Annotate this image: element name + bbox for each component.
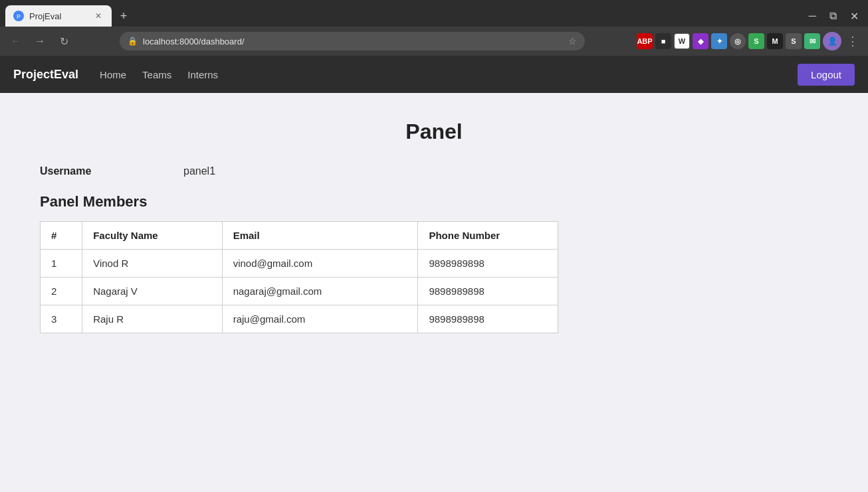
table-cell-email-3: raju@gmail.com: [222, 305, 418, 333]
svg-text:P: P: [17, 13, 21, 20]
lock-icon: 🔒: [128, 37, 138, 46]
forward-button[interactable]: →: [31, 32, 49, 50]
table-cell-num-1: 1: [41, 250, 82, 278]
col-header-email: Email: [222, 222, 418, 250]
tab-close-button[interactable]: ✕: [93, 11, 104, 21]
address-bar[interactable]: 🔒 localhost:8000/dashboard/ ☆: [120, 32, 585, 50]
extension-icon-5[interactable]: ✦: [711, 33, 727, 49]
username-value: panel1: [183, 165, 215, 177]
minimize-button[interactable]: ─: [805, 9, 820, 23]
nav-left: ProjectEval Home Teams Interns: [13, 68, 218, 82]
nav-link-interns[interactable]: Interns: [187, 69, 218, 80]
extension-icon-8[interactable]: M: [767, 33, 783, 49]
main-content: Panel Username panel1 Panel Members # Fa…: [0, 93, 868, 492]
col-header-num: #: [41, 222, 82, 250]
username-row: Username panel1: [40, 165, 828, 177]
table-cell-phone-2: 9898989898: [418, 278, 558, 305]
table-row: 1Vinod Rvinod@gmail.com9898989898: [41, 250, 558, 278]
table-cell-phone-1: 9898989898: [418, 250, 558, 278]
table-cell-name-3: Raju R: [82, 305, 223, 333]
tab-favicon: P: [13, 11, 24, 21]
table-cell-name-2: Nagaraj V: [82, 278, 223, 305]
window-controls: ─ ⧉ ✕: [805, 9, 863, 24]
username-label: Username: [40, 165, 173, 177]
extension-icon-9[interactable]: S: [786, 33, 802, 49]
bookmark-icon[interactable]: ☆: [568, 36, 577, 46]
profile-icon[interactable]: 👤: [823, 32, 841, 50]
app-brand: ProjectEval: [13, 68, 78, 82]
table-body: 1Vinod Rvinod@gmail.com98989898982Nagara…: [41, 250, 558, 333]
table-header-row: # Faculty Name Email Phone Number: [41, 222, 558, 250]
table-row: 2Nagaraj Vnagaraj@gmail.com9898989898: [41, 278, 558, 305]
maximize-button[interactable]: ⧉: [825, 9, 841, 23]
logout-button[interactable]: Logout: [798, 64, 855, 86]
panel-members-table: # Faculty Name Email Phone Number 1Vinod…: [40, 221, 558, 333]
app-navbar: ProjectEval Home Teams Interns Logout: [0, 56, 868, 93]
extension-icon-10[interactable]: ✉: [804, 33, 820, 49]
table-cell-phone-3: 9898989898: [418, 305, 558, 333]
table-row: 3Raju Rraju@gmail.com9898989898: [41, 305, 558, 333]
table-cell-name-1: Vinod R: [82, 250, 223, 278]
table-cell-num-2: 2: [41, 278, 82, 305]
table-cell-num-3: 3: [41, 305, 82, 333]
active-tab[interactable]: P ProjEval ✕: [5, 5, 112, 27]
reload-button[interactable]: ↻: [54, 32, 73, 50]
col-header-phone: Phone Number: [418, 222, 558, 250]
browser-menu-button[interactable]: ⋮: [844, 34, 861, 48]
toolbar-icons: ABP ■ W ◆ ✦ ◎ S M S ✉ 👤 ⋮: [637, 32, 861, 50]
url-display: localhost:8000/dashboard/: [143, 37, 563, 46]
app-nav-links: Home Teams Interns: [100, 69, 218, 80]
page-title: Panel: [40, 120, 828, 144]
extension-icon-3[interactable]: W: [674, 33, 690, 49]
extension-icon-2[interactable]: ■: [655, 33, 671, 49]
nav-link-teams[interactable]: Teams: [142, 69, 171, 80]
close-window-button[interactable]: ✕: [846, 9, 863, 24]
new-tab-button[interactable]: +: [114, 7, 133, 25]
table-cell-email-2: nagaraj@gmail.com: [222, 278, 418, 305]
extension-icon-7[interactable]: S: [748, 33, 764, 49]
tab-bar: P ProjEval ✕ + ─ ⧉ ✕: [0, 0, 868, 27]
back-button[interactable]: ←: [7, 32, 25, 50]
nav-link-home[interactable]: Home: [100, 69, 126, 80]
abp-extension-icon[interactable]: ABP: [637, 33, 653, 49]
tab-title: ProjEval: [29, 11, 88, 21]
extension-icon-4[interactable]: ◆: [693, 33, 708, 49]
col-header-faculty-name: Faculty Name: [82, 222, 223, 250]
browser-chrome: P ProjEval ✕ + ─ ⧉ ✕ ← → ↻ 🔒 localhost:8…: [0, 0, 868, 56]
table-cell-email-1: vinod@gmail.com: [222, 250, 418, 278]
panel-members-title: Panel Members: [40, 193, 828, 210]
address-bar-row: ← → ↻ 🔒 localhost:8000/dashboard/ ☆ ABP …: [0, 27, 868, 56]
extension-icon-6[interactable]: ◎: [730, 33, 746, 49]
